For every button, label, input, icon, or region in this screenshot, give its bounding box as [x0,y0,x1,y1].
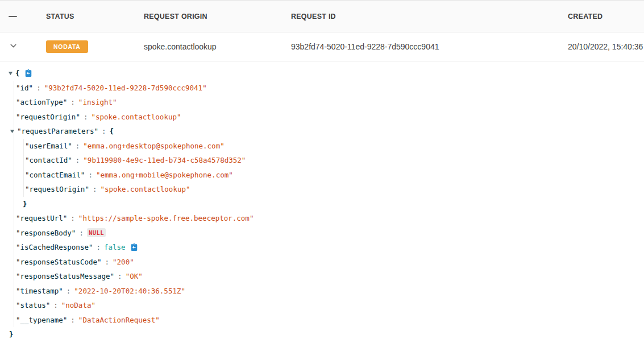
copy-to-clipboard-icon[interactable] [130,243,138,251]
json-entry-requestOrigin[interactable]: requestOrigin:spoke.contactlookup [16,110,644,125]
header-expander-cell [0,16,46,17]
json-value: noData [61,301,95,309]
colon: : [102,127,106,135]
json-key: isCachedResponse [16,243,93,251]
json-entry-requestParameters[interactable]: requestParameters:{ [16,124,644,139]
json-entry-responseStatusCode[interactable]: responseStatusCode:200 [16,255,644,270]
minus-icon[interactable] [9,16,17,17]
json-key: requestUrl [16,214,67,222]
column-header-created: CREATED [568,13,644,20]
copy-to-clipboard-icon[interactable] [24,69,32,77]
json-key: requestParameters [17,127,98,135]
json-key: responseBody [16,229,76,237]
request-origin-cell: spoke.contactlookup [144,42,291,51]
created-cell: 20/10/2022, 15:40:36 [568,42,644,51]
colon: : [36,84,41,92]
column-header-status: STATUS [46,13,144,20]
json-key: actionType [16,98,67,106]
json-key: contactId [25,156,72,164]
json-value: spoke.contactlookup [100,185,190,193]
json-value: DataActionRequest [78,316,160,324]
json-key: requestOrigin [25,185,89,193]
colon: : [70,98,75,106]
status-badge: NODATA [46,40,88,53]
colon: : [96,243,101,251]
json-value: https://sample-spoke.free.beeceptor.com [78,214,254,222]
json-viewer: { id:93b2fd74-5020-11ed-9228-7d590ccc904… [0,61,644,342]
json-entry-status[interactable]: status:noData [16,298,644,313]
colon: : [84,113,88,121]
json-key: contactEmail [25,171,85,179]
json-key: status [16,301,50,309]
triangle-down-icon[interactable] [10,129,17,134]
json-root-close: } [8,327,644,342]
colon: : [93,185,97,193]
row-expander-cell [0,41,46,53]
colon: : [88,171,93,179]
request-id-cell: 93b2fd74-5020-11ed-9228-7d590ccc9041 [291,42,568,51]
colon: : [70,316,75,324]
json-key: userEmail [25,142,72,150]
json-value: insight [78,98,117,106]
json-key: responseStatusCode [16,258,102,266]
json-value: false [104,243,126,251]
json-key: responseStatusMessage [16,272,114,280]
json-entry-userEmail[interactable]: userEmail:emma.ong+desktop@spokephone.co… [25,139,644,154]
close-brace: } [9,330,14,338]
close-brace: } [23,200,27,208]
chevron-down-icon[interactable] [9,41,18,51]
json-entry-timestamp[interactable]: timestamp:2022-10-20T02:40:36.551Z [16,284,644,299]
colon: : [118,272,122,280]
open-brace: { [15,69,20,77]
json-value: 200 [113,258,134,266]
json-root-open: { [8,66,644,81]
json-value: 2022-10-20T02:40:36.551Z [74,287,185,295]
json-entry-id[interactable]: id:93b2fd74-5020-11ed-9228-7d590ccc9041 [16,81,644,96]
table-header: STATUS REQUEST ORIGIN REQUEST ID CREATED [0,0,644,32]
column-header-request-id: REQUEST ID [291,13,568,20]
json-entry-requestOrigin-nested[interactable]: requestOrigin:spoke.contactlookup [25,182,644,197]
colon: : [67,287,71,295]
open-brace: { [110,127,114,135]
json-value: spoke.contactlookup [91,113,181,121]
colon: : [76,156,80,164]
json-entry-isCachedResponse[interactable]: isCachedResponse:false [16,240,644,255]
status-cell: NODATA [46,40,144,53]
json-requestParameters-body: userEmail:emma.ong+desktop@spokephone.co… [23,139,644,197]
json-value: emma.ong+desktop@spokephone.com [83,142,224,150]
triangle-down-icon[interactable] [8,71,15,76]
json-entry-contactId[interactable]: contactId:9b119980-4e9c-11ed-b734-c58a45… [25,153,644,168]
colon: : [79,229,84,237]
json-entry-actionType[interactable]: actionType:insight [16,95,644,110]
json-requestParameters-close: } [16,197,644,212]
json-value: emma.ong+mobile@spokephone.com [96,171,233,179]
colon: : [76,142,80,150]
json-root-body: id:93b2fd74-5020-11ed-9228-7d590ccc9041 … [14,81,644,328]
json-entry-requestUrl[interactable]: requestUrl:https://sample-spoke.free.bee… [16,211,644,226]
colon: : [53,301,58,309]
json-key: __typename [16,316,67,324]
json-entry-contactEmail[interactable]: contactEmail:emma.ong+mobile@spokephone.… [25,168,644,183]
json-entry-responseBody[interactable]: responseBody:NULL [16,226,644,241]
json-value: 9b119980-4e9c-11ed-b734-c58a4578d352 [83,156,246,164]
json-key: requestOrigin [16,113,80,121]
table-row[interactable]: NODATA spoke.contactlookup 93b2fd74-5020… [0,32,644,61]
json-value: 93b2fd74-5020-11ed-9228-7d590ccc9041 [44,84,207,92]
colon: : [105,258,110,266]
colon: : [70,214,75,222]
json-value: OK [126,272,143,280]
json-key: id [16,84,33,92]
null-value-chip: NULL [87,228,106,237]
json-entry-responseStatusMessage[interactable]: responseStatusMessage:OK [16,269,644,284]
json-entry-typename[interactable]: __typename:DataActionRequest [16,313,644,328]
column-header-request-origin: REQUEST ORIGIN [144,13,291,20]
json-key: timestamp [16,287,63,295]
